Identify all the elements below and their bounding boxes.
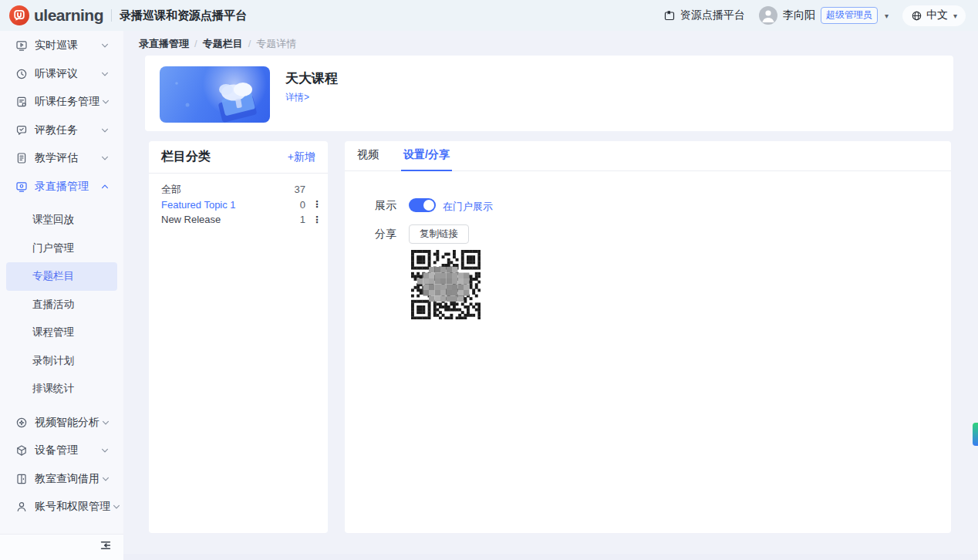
chevron-down-icon [99, 39, 111, 52]
sidebar-item-label: 实时巡课 [35, 39, 99, 52]
category-count: 1 [293, 214, 305, 225]
breadcrumb-link-0[interactable]: 录直播管理 [139, 38, 189, 49]
sidebar-item-label: 账号和权限管理 [35, 500, 110, 514]
sidebar-item-2[interactable]: 听课任务管理 [0, 88, 123, 116]
sidebar-subitem-0[interactable]: 课堂回放 [6, 206, 117, 234]
topic-title: 天大课程 [285, 69, 338, 87]
sidebar-item-label: 设备管理 [35, 444, 99, 457]
sidebar-item-7[interactable]: 设备管理 [0, 437, 123, 465]
doc-list-icon [15, 96, 28, 108]
header-divider [111, 9, 112, 22]
category-count: 0 [293, 199, 305, 211]
add-category-button[interactable]: +新增 [288, 150, 315, 164]
chevron-down-icon [99, 444, 111, 457]
user-avatar [759, 6, 777, 25]
user-icon [15, 501, 28, 513]
sidebar-item-8[interactable]: 教室查询借用 [0, 465, 123, 494]
category-more-menu-icon[interactable]: ⋮ [312, 214, 320, 225]
chevron-down-icon [99, 124, 111, 137]
user-menu[interactable]: 李向阳 超级管理员 ▾ [759, 6, 889, 25]
portal-display-toggle[interactable] [409, 198, 436, 212]
breadcrumb: 录直播管理/专题栏目/专题详情 [139, 37, 296, 51]
sidebar: 实时巡课听课评议听课任务管理评教任务教学评估录直播管理课堂回放门户管理专题栏目直… [0, 31, 123, 560]
resource-platform-link[interactable]: 资源点播平台 [663, 8, 745, 22]
top-header: ulearning 录播巡课和资源点播平台 资源点播平台 李向阳 超级管理员 ▾ [0, 0, 978, 31]
monitor-play-icon [15, 39, 28, 52]
sidebar-footer [0, 534, 123, 560]
breadcrumb-separator: / [248, 38, 251, 49]
sidebar-item-6[interactable]: 视频智能分析 [0, 409, 123, 437]
chevron-down-icon [99, 96, 112, 108]
category-panel: 栏目分类 +新增 全部37⋮Featured Topic 10⋮New Rele… [149, 141, 328, 533]
cube-icon [15, 444, 28, 457]
sidebar-item-5[interactable]: 录直播管理 [0, 173, 123, 201]
horizontal-scrollbar[interactable] [123, 554, 978, 560]
role-badge: 超级管理员 [821, 7, 878, 24]
chevron-up-icon [99, 180, 111, 193]
category-name: 全部 [161, 183, 293, 197]
sidebar-subitem-1[interactable]: 门户管理 [6, 234, 117, 263]
sidebar-item-9[interactable]: 账号和权限管理 [0, 493, 123, 521]
caret-down-icon: ▾ [885, 12, 889, 20]
topic-detail-panel: 视频设置/分享 展示 在门户展示 分享 复制链接 [345, 141, 951, 533]
share-label: 分享 [375, 228, 396, 241]
chevron-down-icon [99, 417, 112, 429]
ai-sparkle-icon [15, 417, 28, 429]
topic-details-link[interactable]: 详情> [285, 91, 309, 104]
topic-thumbnail [160, 66, 270, 123]
tab-1[interactable]: 设置/分享 [401, 148, 452, 171]
sidebar-subitem-4[interactable]: 课程管理 [6, 319, 117, 347]
floating-widget-handle[interactable] [973, 423, 978, 446]
category-row-0[interactable]: 全部37⋮ [161, 182, 320, 197]
sidebar-item-label: 视频智能分析 [35, 416, 99, 430]
language-label: 中文 [926, 8, 948, 22]
sidebar-subitem-6[interactable]: 排课统计 [6, 375, 117, 403]
sidebar-item-1[interactable]: 听课评议 [0, 60, 123, 89]
sidebar-item-3[interactable]: 评教任务 [0, 116, 123, 145]
category-name: New Release [161, 214, 293, 225]
chat-check-icon [15, 124, 28, 137]
chevron-down-icon [99, 152, 111, 164]
sidebar-item-label: 听课任务管理 [35, 95, 99, 109]
brand: ulearning [9, 5, 103, 25]
room-door-icon [15, 473, 28, 485]
brand-text: ulearning [34, 6, 103, 25]
display-label: 展示 [375, 199, 396, 213]
sidebar-item-label: 听课评议 [35, 67, 99, 81]
live-screen-icon [15, 180, 28, 193]
sidebar-item-4[interactable]: 教学评估 [0, 144, 123, 173]
toggle-knob [423, 200, 434, 211]
tab-0[interactable]: 视频 [355, 148, 381, 171]
category-row-1[interactable]: Featured Topic 10⋮ [161, 197, 320, 213]
category-count: 37 [293, 184, 305, 195]
sidebar-subitem-2[interactable]: 专题栏目 [6, 262, 117, 291]
category-panel-title: 栏目分类 [161, 149, 211, 165]
breadcrumb-separator: / [194, 38, 197, 49]
copy-link-button[interactable]: 复制链接 [409, 224, 469, 244]
chevron-down-icon [110, 501, 123, 513]
chevron-down-icon [99, 68, 111, 80]
sidebar-item-0[interactable]: 实时巡课 [0, 32, 123, 60]
category-name: Featured Topic 1 [161, 199, 293, 211]
sidebar-item-label: 教学评估 [35, 151, 99, 165]
app-title: 录播巡课和资源点播平台 [120, 8, 247, 23]
sidebar-item-label: 教室查询借用 [35, 472, 99, 486]
detail-tabs: 视频设置/分享 [345, 141, 951, 171]
main-content: 录直播管理/专题栏目/专题详情 天大课程 详情> 栏目分类 +新增 全部37⋮F… [123, 31, 978, 560]
category-more-menu-icon[interactable]: ⋮ [312, 199, 320, 210]
sidebar-item-label: 评教任务 [35, 123, 99, 137]
collapse-sidebar-icon[interactable] [99, 538, 113, 552]
caret-down-icon: ▾ [953, 12, 957, 20]
breadcrumb-link-1[interactable]: 专题栏目 [203, 38, 243, 49]
category-row-2[interactable]: New Release1⋮ [161, 212, 320, 228]
sidebar-item-label: 录直播管理 [35, 180, 99, 194]
breadcrumb-current: 专题详情 [256, 38, 296, 49]
chevron-down-icon [99, 473, 112, 485]
sidebar-subitem-5[interactable]: 录制计划 [6, 347, 117, 376]
language-selector[interactable]: 中文 ▾ [902, 5, 966, 26]
resource-platform-label: 资源点播平台 [680, 8, 745, 22]
user-name: 李向阳 [783, 8, 815, 22]
sidebar-submenu: 课堂回放门户管理专题栏目直播活动课程管理录制计划排课统计 [0, 206, 123, 403]
sidebar-subitem-3[interactable]: 直播活动 [6, 291, 117, 319]
topic-summary-card: 天大课程 详情> [145, 56, 953, 131]
